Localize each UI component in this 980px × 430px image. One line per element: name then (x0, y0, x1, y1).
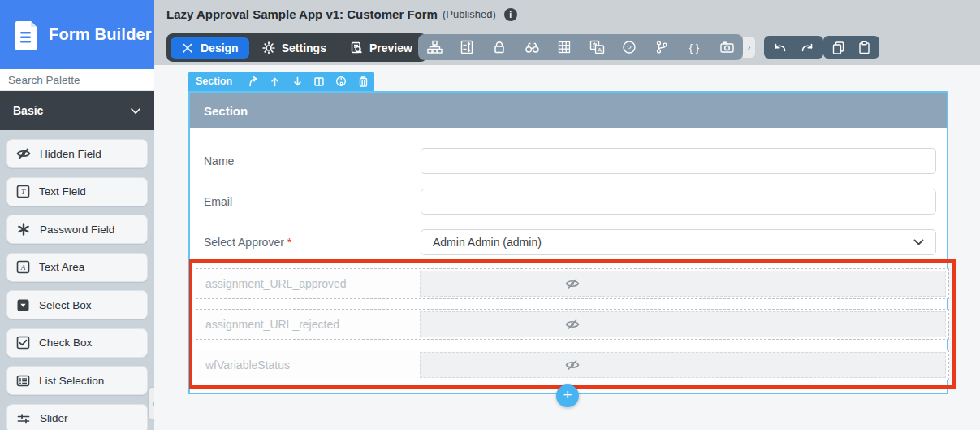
palette-item-select-box[interactable]: Select Box (6, 290, 148, 319)
undo-button[interactable] (772, 41, 788, 54)
document-icon (15, 20, 39, 50)
grid-button[interactable] (548, 34, 581, 60)
braces-icon: { } (686, 40, 702, 54)
palette-item-slider[interactable]: Slider (6, 404, 148, 430)
hidden-field-preview (420, 311, 946, 337)
hidden-field-label: wfVariableStatus (205, 358, 290, 371)
section-toolbar: Section (188, 72, 374, 91)
copy-paste-group (823, 36, 879, 59)
move-down-button[interactable] (286, 72, 308, 91)
binoculars-button[interactable] (516, 34, 548, 60)
palette-item-label: Password Field (40, 224, 114, 236)
chevron-right-icon: › (748, 41, 751, 53)
design-icon (181, 41, 194, 54)
section-header[interactable]: Section (190, 93, 947, 128)
palette-item-hidden-field[interactable]: Hidden Field (6, 139, 148, 168)
asterisk-icon (16, 222, 31, 237)
name-field-input[interactable] (421, 148, 936, 174)
tab-design[interactable]: Design (171, 37, 249, 59)
style-palette-button[interactable] (330, 72, 352, 91)
palette-item-text-area[interactable]: A Text Area (6, 253, 148, 282)
delete-section-button[interactable] (352, 72, 374, 91)
palette-item-label: List Selection (39, 375, 104, 387)
columns-button[interactable] (309, 72, 330, 91)
app-brand: Form Builder (0, 0, 154, 69)
move-top-button[interactable] (242, 72, 264, 91)
camera-button[interactable] (710, 34, 743, 60)
boxed-a-icon: A (16, 260, 30, 274)
translate-button[interactable]: A (581, 34, 613, 60)
search-palette-input[interactable] (0, 74, 154, 86)
chevron-down-icon (130, 107, 141, 115)
sidebar: Form Builder Basic Hidden Field T Text F… (0, 0, 154, 430)
svg-text:?: ? (627, 43, 631, 52)
hidden-field-row[interactable]: assignment_URL_rejected (196, 309, 949, 340)
palette-item-label: Select Box (39, 299, 92, 311)
sitemap-icon (427, 40, 443, 54)
sitemap-button[interactable] (418, 34, 451, 60)
publish-status: (Published) (443, 8, 496, 20)
binoculars-icon (525, 40, 540, 54)
field-label: Select Approver* (204, 236, 291, 249)
camera-icon (719, 40, 735, 54)
tools-toolbar: A ? { } (418, 34, 743, 60)
preview-icon (350, 41, 363, 54)
form-fields-icon (460, 40, 474, 54)
lock-button[interactable] (483, 34, 516, 60)
tab-label: Settings (282, 41, 326, 54)
form-canvas: Section Section Name Email (154, 65, 980, 430)
field-row-select-approver[interactable]: Select Approver* Admin Admin (admin) (190, 228, 947, 256)
boxed-t-icon: T (16, 185, 30, 198)
accordion-basic[interactable]: Basic (0, 91, 154, 130)
add-element-button[interactable]: + (556, 384, 579, 407)
copy-button[interactable] (831, 41, 845, 54)
toolbar-overflow-button[interactable]: › (743, 37, 755, 58)
eye-slash-icon (16, 146, 31, 161)
email-field-input[interactable] (421, 189, 936, 215)
section-toolbar-label: Section (188, 76, 242, 87)
list-icon (16, 374, 30, 388)
help-button[interactable]: ? (613, 34, 645, 60)
title-row: Lazy Approval Sample App v1: Customer Fo… (166, 7, 517, 21)
form-fields-button[interactable] (451, 34, 483, 60)
chevron-down-icon (913, 239, 924, 245)
grid-icon (557, 40, 572, 54)
palette-item-check-box[interactable]: Check Box (6, 328, 148, 358)
slider-icon (16, 411, 31, 426)
hidden-field-row[interactable]: assignment_URL_approved (196, 268, 949, 299)
tab-settings[interactable]: Settings (252, 37, 337, 59)
palette-item-list-selection[interactable]: List Selection (6, 366, 148, 395)
branch-button[interactable] (645, 34, 678, 60)
eye-slash-icon (565, 358, 580, 372)
braces-button[interactable]: { } (678, 34, 710, 60)
gear-icon (262, 41, 275, 54)
hidden-field-row[interactable]: wfVariableStatus (196, 350, 949, 380)
check-box-icon (16, 336, 30, 350)
move-up-button[interactable] (264, 72, 286, 91)
palette-item-label: Text Area (39, 261, 84, 273)
svg-text:{ }: { } (689, 41, 700, 54)
tab-preview[interactable]: Preview (339, 37, 423, 59)
field-label: Name (204, 154, 234, 167)
eye-slash-icon (565, 276, 580, 291)
paste-button[interactable] (857, 41, 871, 54)
select-box-icon (16, 298, 30, 312)
field-row-name[interactable]: Name (190, 147, 947, 175)
palette-item-password-field[interactable]: Password Field (6, 215, 148, 244)
page-title: Lazy Approval Sample App v1: Customer Fo… (166, 7, 438, 21)
lock-icon (492, 40, 507, 54)
eye-slash-icon (565, 317, 580, 332)
info-icon[interactable]: i (504, 8, 517, 21)
hidden-field-label: assignment_URL_rejected (205, 318, 339, 331)
palette-item-label: Check Box (39, 337, 92, 349)
palette-item-text-field[interactable]: T Text Field (6, 177, 148, 206)
hidden-field-preview (420, 352, 946, 378)
field-row-email[interactable]: Email (190, 188, 947, 215)
search-palette-row (0, 69, 154, 91)
hidden-field-preview (420, 271, 946, 297)
translate-icon: A (589, 40, 605, 54)
redo-button[interactable] (800, 41, 815, 54)
required-asterisk: * (287, 236, 291, 249)
approver-select[interactable]: Admin Admin (admin) (421, 229, 936, 255)
approver-select-value: Admin Admin (admin) (433, 236, 542, 249)
